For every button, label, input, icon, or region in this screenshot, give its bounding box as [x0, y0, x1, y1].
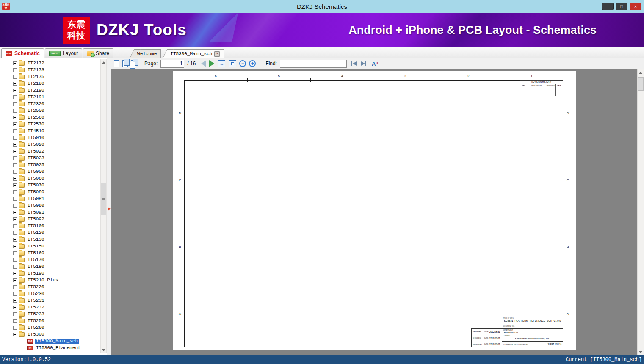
document-viewer[interactable]: REVISION HISTORY REVDESCRIPTIONAPPROVEDD… [111, 69, 644, 355]
tree-folder-item[interactable]: IT5092 [0, 216, 100, 222]
minimize-button[interactable]: – [602, 3, 614, 10]
tree-folder-item[interactable]: IT2175 [0, 73, 100, 80]
expand-icon[interactable] [13, 177, 17, 181]
expand-icon[interactable] [13, 61, 17, 65]
scroll-down-button[interactable] [101, 347, 106, 353]
tree-folder-item[interactable]: IT5022 [0, 148, 100, 155]
expand-icon[interactable] [13, 204, 17, 208]
tree-folder-item[interactable]: IT2560 [0, 114, 100, 121]
fit-page-button[interactable] [229, 60, 236, 67]
tree-folder-item[interactable]: IT2172 [0, 60, 100, 67]
page-number-input[interactable] [160, 60, 184, 68]
zoom-out-button[interactable]: − [239, 60, 246, 67]
expand-icon[interactable] [13, 150, 17, 153]
next-page-button[interactable] [209, 60, 214, 67]
expand-icon[interactable] [13, 251, 17, 255]
expand-icon[interactable] [13, 319, 17, 323]
expand-icon[interactable] [13, 75, 17, 79]
tree-folder-item[interactable]: IT5170 [0, 256, 100, 263]
previous-page-button[interactable] [201, 60, 206, 67]
expand-icon[interactable] [13, 217, 17, 221]
expand-icon[interactable] [13, 82, 17, 86]
tree-folder-item[interactable]: IT2173 [0, 67, 100, 73]
find-input[interactable] [280, 60, 347, 68]
tree-folder-item[interactable]: IT2550 [0, 107, 100, 114]
expand-icon[interactable] [13, 231, 17, 235]
tree-folder-item[interactable]: IT5250 [0, 317, 100, 324]
expand-icon[interactable] [13, 326, 17, 330]
expand-icon[interactable] [13, 89, 17, 92]
maximize-button[interactable]: □ [616, 3, 627, 10]
tree-folder-item[interactable]: IT5210 Plus [0, 277, 100, 283]
close-tab-button[interactable]: × [214, 51, 220, 57]
tab-share[interactable]: Share [83, 48, 113, 58]
expand-icon[interactable] [13, 143, 17, 147]
expand-icon[interactable] [13, 163, 17, 167]
page-layout-book-icon[interactable] [131, 60, 136, 67]
tree-folder-item[interactable]: IT2191 [0, 94, 100, 100]
expand-icon[interactable] [13, 170, 17, 174]
expand-icon[interactable] [13, 292, 17, 296]
sidebar-scrollbar-thumb[interactable] [101, 183, 106, 215]
tree-folder-item[interactable]: IT5091 [0, 209, 100, 216]
expand-icon[interactable] [13, 278, 17, 282]
tree-folder-item[interactable]: IT5090 [0, 202, 100, 209]
tree-folder-item[interactable]: IT5190 [0, 270, 100, 277]
zoom-in-button[interactable]: + [249, 60, 256, 67]
expand-icon[interactable] [13, 224, 17, 228]
expand-icon[interactable] [13, 136, 17, 140]
expand-icon[interactable] [13, 265, 17, 269]
tree-folder-item[interactable]: IT5233 [0, 311, 100, 317]
expand-icon[interactable] [13, 211, 17, 214]
expand-icon[interactable] [13, 285, 17, 289]
expand-icon[interactable] [13, 102, 17, 106]
tree-folder-item[interactable]: IT5150 [0, 243, 100, 250]
expand-icon[interactable] [13, 95, 17, 99]
expand-icon[interactable] [13, 156, 17, 160]
expand-icon[interactable] [13, 306, 17, 309]
expand-icon[interactable] [13, 116, 17, 119]
tree-folder-item[interactable]: IT4510 [0, 128, 100, 134]
doc-tab-welcome[interactable]: Welcome [135, 49, 161, 58]
tree-folder-item[interactable]: IT2180 [0, 80, 100, 87]
doc-tab-it5300_main_sch[interactable]: IT5300_Main_sch× [168, 49, 224, 58]
expand-icon[interactable] [13, 245, 17, 248]
tree-folder-item[interactable]: IT5232 [0, 304, 100, 311]
close-button[interactable]: × [630, 3, 641, 10]
collapse-icon[interactable] [13, 333, 17, 336]
match-case-button[interactable]: Aa [372, 61, 378, 67]
tree-folder-item[interactable]: IT5023 [0, 155, 100, 161]
tree-folder-item[interactable]: IT5220 [0, 283, 100, 290]
tree-folder-item[interactable]: IT5010 [0, 134, 100, 141]
expand-icon[interactable] [13, 109, 17, 113]
sidebar-scrollbar[interactable] [100, 59, 107, 353]
viewer-scroll-up[interactable] [638, 69, 644, 75]
tree-folder-item[interactable]: IT5231 [0, 297, 100, 304]
page-layout-facing-icon[interactable] [122, 60, 128, 67]
splitter-collapse-arrow[interactable] [108, 207, 111, 211]
tree-folder-item[interactable]: IT5020 [0, 141, 100, 148]
expand-icon[interactable] [13, 299, 17, 303]
tree-folder-item[interactable]: IT5260 [0, 324, 100, 331]
tree-folder-item[interactable]: IT5060 [0, 175, 100, 182]
page-layout-single-icon[interactable] [114, 60, 119, 67]
find-previous-button[interactable] [351, 61, 357, 66]
tree-folder-item[interactable]: IT5070 [0, 182, 100, 189]
tree-folder-item[interactable]: IT2320 [0, 100, 100, 107]
tree-folder-item[interactable]: IT5100 [0, 222, 100, 229]
tree-folder-item[interactable]: IT5050 [0, 168, 100, 175]
expand-icon[interactable] [13, 312, 17, 316]
tab-layout[interactable]: PADSLayout [45, 48, 82, 58]
fit-width-button[interactable]: ↔ [218, 60, 225, 67]
tree-doc-item[interactable]: PDFIT5300_Placement [0, 345, 100, 351]
tree-folder-item[interactable]: IT5180 [0, 263, 100, 270]
sidebar-splitter[interactable] [107, 58, 111, 355]
tree-doc-item[interactable]: PDFIT5300_Main_sch [0, 338, 100, 345]
title-bar[interactable]: 东震科技 DZKJ Schematics – □ × [0, 0, 644, 13]
tree-folder-item[interactable]: IT2570 [0, 121, 100, 128]
find-next-button[interactable] [361, 61, 366, 66]
scroll-up-button[interactable] [101, 59, 106, 65]
expand-icon[interactable] [13, 183, 17, 187]
viewer-scrollbar[interactable] [637, 69, 644, 355]
tab-schematic[interactable]: PDFSchematic [1, 48, 44, 58]
